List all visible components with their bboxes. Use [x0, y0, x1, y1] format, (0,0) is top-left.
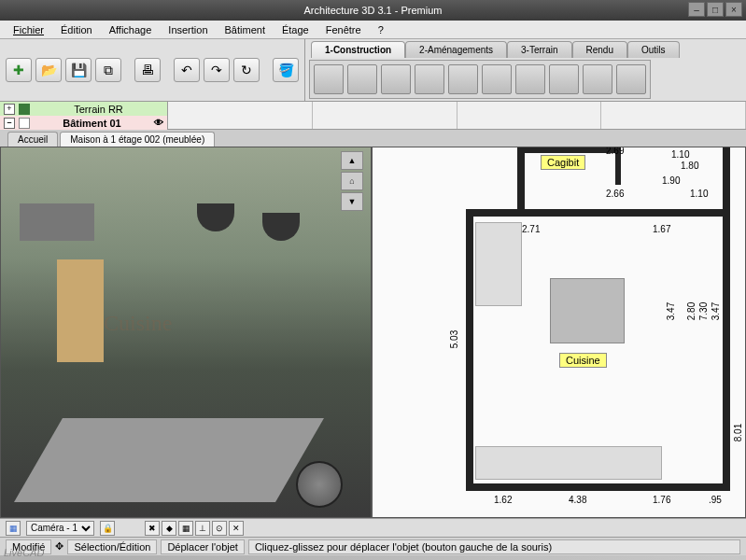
tab-construction[interactable]: 1-Construction: [311, 41, 405, 58]
dim: 2.71: [522, 224, 540, 234]
tab-rendu[interactable]: Rendu: [572, 41, 627, 58]
tab-outils[interactable]: Outils: [627, 41, 680, 58]
undo-button[interactable]: ↶: [174, 58, 200, 82]
copy-button[interactable]: ⧉: [95, 58, 121, 82]
hood-shape: [20, 203, 94, 241]
room-label-cuisine: Cuisine: [559, 353, 607, 368]
nav-controls: ▲ ⌂ ▼: [341, 151, 367, 213]
lamp-shape-1: [197, 203, 234, 231]
view-control-bar: ▦ Caméra - 1 🔒 ✖ ◆ ▦ ⊥ ⊙ ✕: [0, 518, 746, 537]
compass-icon[interactable]: [296, 461, 343, 508]
grid-icon[interactable]: ▦: [6, 521, 21, 536]
palette-balcony[interactable]: [415, 64, 444, 94]
mode-tabs-area: 1-Construction 2-Aménagements 3-Terrain …: [305, 39, 746, 101]
visibility-icon[interactable]: 👁: [154, 118, 163, 128]
toolbar-file-group: ✚ 📂 💾 ⧉ 🖶 ↶ ↷ ↻ 🪣: [0, 39, 305, 101]
camera-select[interactable]: Caméra - 1: [26, 521, 94, 536]
menu-batiment[interactable]: Bâtiment: [218, 22, 273, 37]
palette-stairs[interactable]: [347, 64, 377, 94]
snap-perp[interactable]: ⊥: [195, 521, 210, 536]
nav-home[interactable]: ⌂: [341, 172, 363, 190]
palette-opening[interactable]: [482, 64, 512, 94]
snap-center[interactable]: ⊙: [212, 521, 227, 536]
wall: [517, 147, 620, 153]
tab-amenagements[interactable]: 2-Aménagements: [405, 41, 507, 58]
lamp-shape-2: [262, 213, 300, 241]
print-button[interactable]: 🖶: [134, 58, 161, 82]
watermark: LiveCAD: [4, 547, 44, 558]
status-action: Déplacer l'objet: [161, 539, 244, 554]
nav-down[interactable]: ▼: [341, 192, 363, 211]
redo-button[interactable]: ↷: [204, 58, 230, 82]
lock-icon[interactable]: 🔒: [100, 521, 115, 536]
menu-help[interactable]: ?: [371, 22, 391, 37]
palette-wall[interactable]: [314, 64, 344, 94]
snap-intersect[interactable]: ✕: [229, 521, 244, 536]
move-icon: ✥: [55, 540, 63, 553]
doc-tab-maison[interactable]: Maison à 1 étage 002 (meublée): [60, 132, 215, 147]
wall: [723, 147, 730, 491]
save-button[interactable]: 💾: [65, 58, 91, 82]
document-tabs: Accueil Maison à 1 étage 002 (meublée): [0, 130, 746, 147]
close-button[interactable]: ×: [725, 2, 742, 17]
wall: [517, 147, 525, 213]
dim: 1.90: [662, 175, 680, 186]
tree-cell-3[interactable]: [457, 102, 602, 129]
dim: 1.67: [653, 224, 670, 234]
dim: 5.03: [449, 330, 459, 348]
snap-grid[interactable]: ▦: [178, 521, 193, 536]
building-icon: [19, 118, 30, 129]
2d-plan-viewport[interactable]: Cagibit Cuisine 2.69 1.10 1.80 1.90 2.66…: [372, 147, 746, 518]
window-title: Architecture 3D 3.1 - Premium: [304, 5, 443, 16]
dim: 1.76: [653, 495, 670, 505]
maximize-button[interactable]: □: [707, 2, 724, 17]
palette-window[interactable]: [381, 64, 411, 94]
tree-cell-2[interactable]: [313, 102, 457, 129]
minimize-button[interactable]: –: [688, 2, 705, 17]
counter-shape: [475, 446, 662, 480]
dim: .95: [709, 495, 722, 505]
counter-shape: [14, 418, 324, 502]
3d-viewport[interactable]: Cuisine ▲ ⌂ ▼: [0, 147, 372, 518]
doc-tab-accueil[interactable]: Accueil: [7, 132, 58, 147]
status-hint: Cliquez-glissez pour déplacer l'objet (b…: [248, 539, 740, 554]
collapse-icon[interactable]: –: [4, 118, 15, 129]
tree-row-batiment[interactable]: – Bâtiment 01 👁: [0, 116, 167, 130]
menu-fichier[interactable]: Fichier: [6, 22, 51, 37]
open-button[interactable]: 📂: [35, 58, 62, 82]
dim: 8.01: [733, 424, 743, 441]
paint-button[interactable]: 🪣: [273, 58, 299, 82]
tab-terrain[interactable]: 3-Terrain: [507, 41, 571, 58]
palette-roof[interactable]: [583, 64, 612, 94]
mode-tab-strip: 1-Construction 2-Aménagements 3-Terrain …: [311, 41, 680, 58]
menu-etage[interactable]: Étage: [274, 22, 317, 37]
tree-row-terrain[interactable]: + Terrain RR: [0, 102, 167, 116]
menu-affichage[interactable]: Affichage: [102, 22, 160, 37]
window-controls: – □ ×: [688, 2, 742, 17]
cabinet-shape: [57, 259, 104, 362]
island-shape: [550, 278, 625, 343]
tree-cell-1[interactable]: [168, 102, 313, 129]
3d-room-label: Cuisine: [104, 311, 172, 336]
new-file-button[interactable]: ✚: [6, 58, 32, 82]
menu-edition[interactable]: Édition: [53, 22, 100, 37]
menu-insertion[interactable]: Insertion: [161, 22, 215, 37]
palette-door[interactable]: [515, 64, 545, 94]
expand-icon[interactable]: +: [4, 104, 15, 115]
tool-palette: [309, 60, 651, 99]
palette-extra[interactable]: [616, 64, 646, 94]
snap-endpoint[interactable]: ✖: [145, 521, 160, 536]
dim: 4.38: [569, 495, 586, 505]
tree-cell-4[interactable]: [601, 102, 746, 129]
title-bar: Architecture 3D 3.1 - Premium – □ ×: [0, 0, 746, 21]
repeat-button[interactable]: ↻: [233, 58, 260, 82]
snap-icons: ✖ ◆ ▦ ⊥ ⊙ ✕: [145, 521, 244, 536]
dim: 2.66: [606, 189, 624, 199]
dim: 3.47: [666, 302, 676, 320]
menu-fenetre[interactable]: Fenêtre: [318, 22, 369, 37]
nav-up[interactable]: ▲: [341, 151, 363, 170]
palette-column[interactable]: [549, 64, 579, 94]
snap-mid[interactable]: ◆: [162, 521, 176, 536]
palette-floor[interactable]: [448, 64, 478, 94]
dim: 1.80: [681, 161, 698, 171]
